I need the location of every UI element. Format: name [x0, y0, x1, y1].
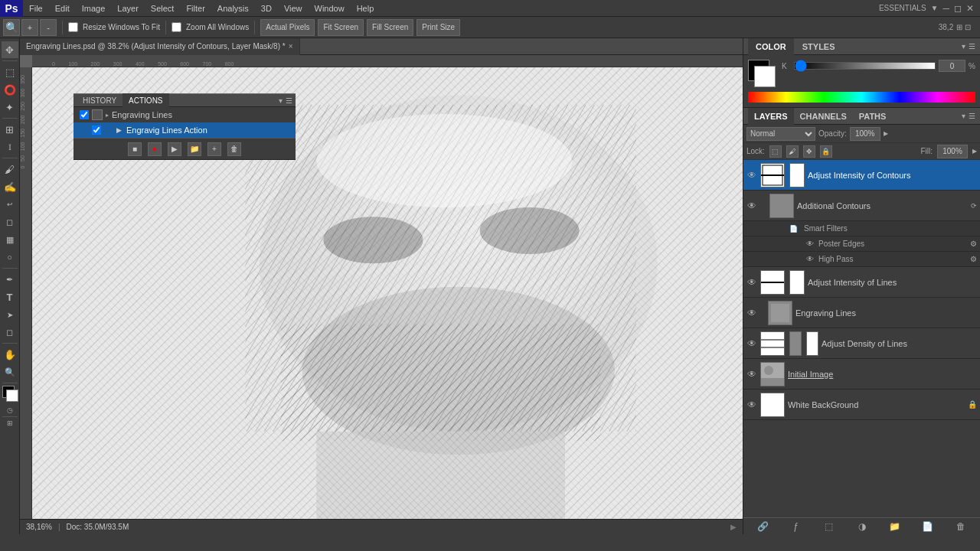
zoom-in-btn[interactable]: + [21, 19, 38, 36]
zoom-out-btn[interactable]: - [40, 19, 57, 36]
color-panel-menu[interactable]: ☰ [969, 42, 975, 51]
history-panel-collapse[interactable]: ▾ [279, 96, 283, 105]
layer-adjust-intensity-lines[interactable]: 👁 Adjust Intensity of Lines [743, 267, 980, 298]
lock-image-btn[interactable]: 🖌 [786, 145, 799, 158]
brush-tool[interactable]: 🖌 [2, 161, 18, 178]
background-swatch[interactable] [754, 66, 776, 87]
lock-all-btn[interactable]: 🔒 [820, 145, 832, 158]
layer-initial-image[interactable]: 👁 Initial Image [743, 359, 980, 390]
eyedropper-tool[interactable]: 𝕀 [2, 139, 18, 155]
new-action-btn[interactable]: + [207, 142, 221, 156]
lock-position-btn[interactable]: ✥ [803, 145, 815, 158]
opacity-input[interactable] [850, 127, 880, 141]
layers-panel-collapse[interactable]: ▾ [962, 112, 965, 120]
new-adjustment-btn[interactable]: ◑ [855, 520, 869, 533]
essentials-dropdown[interactable]: ▼ [931, 4, 939, 12]
action-item-check[interactable] [92, 126, 101, 135]
zoom-tool-icon[interactable]: 🔍 [3, 19, 20, 36]
menu-analysis[interactable]: Analysis [211, 0, 255, 17]
blend-mode-select[interactable]: Normal [746, 127, 815, 141]
layer-6-visibility[interactable]: 👁 [746, 277, 757, 288]
shape-tool[interactable]: ◻ [2, 324, 18, 341]
canvas-tab-close[interactable]: × [289, 42, 293, 51]
pen-tool[interactable]: ✒ [2, 271, 18, 288]
zoom-tool[interactable]: 🔍 [2, 364, 18, 380]
menu-select[interactable]: Select [145, 0, 181, 17]
tab-layers[interactable]: LAYERS [748, 108, 794, 125]
menu-edit[interactable]: Edit [49, 0, 76, 17]
layer-9-visibility[interactable]: 👁 [746, 369, 757, 380]
layer-engraving-lines-group[interactable]: 👁 Engraving Lines [743, 298, 980, 328]
gradient-tool[interactable]: ▦ [2, 231, 18, 248]
dodge-tool[interactable]: ○ [2, 249, 18, 266]
hand-tool[interactable]: ✋ [2, 346, 18, 363]
resize-windows-check[interactable] [68, 22, 78, 32]
action-group-check[interactable] [80, 110, 89, 119]
layer-10-visibility[interactable]: 👁 [746, 399, 757, 410]
new-layer-btn[interactable]: 📄 [921, 520, 935, 533]
close-btn[interactable]: ✕ [966, 3, 974, 14]
menu-window[interactable]: Window [309, 0, 351, 17]
filter-high-pass[interactable]: 👁 High Pass ⚙ [743, 252, 980, 267]
background-color[interactable] [6, 390, 18, 402]
menu-3d[interactable]: 3D [255, 0, 278, 17]
color-panel-collapse[interactable]: ▾ [962, 42, 965, 51]
lock-transparent-btn[interactable]: ⬚ [769, 145, 782, 158]
k-slider[interactable] [794, 62, 936, 70]
action-group-engraving[interactable]: ▸ Engraving Lines [74, 107, 296, 122]
zoom-all-check[interactable] [172, 22, 181, 32]
minimize-btn[interactable]: ─ [942, 3, 949, 14]
fill-input[interactable] [937, 145, 968, 158]
path-select-tool[interactable]: ➤ [2, 306, 18, 323]
foreground-background-colors[interactable] [2, 386, 18, 401]
expand-arrow[interactable]: ▸ [106, 112, 109, 119]
filter-poster-edges[interactable]: 👁 Poster Edges ⚙ [743, 236, 980, 252]
menu-filter[interactable]: Filter [180, 0, 211, 17]
crop-tool[interactable]: ⊞ [2, 121, 18, 138]
tab-channels[interactable]: CHANNELS [794, 108, 853, 125]
fill-screen-btn[interactable]: Fill Screen [367, 19, 413, 36]
status-arrow-right[interactable]: ▶ [730, 523, 737, 531]
filter-highpass-eye[interactable]: 👁 [805, 254, 815, 265]
filter-poster-eye[interactable]: 👁 [805, 239, 815, 249]
fit-screen-btn[interactable]: Fit Screen [318, 19, 364, 36]
clone-tool[interactable]: ✍ [2, 178, 18, 195]
stop-btn[interactable]: ■ [128, 142, 142, 156]
lasso-tool[interactable]: ⭕ [2, 81, 18, 98]
text-tool[interactable]: T [2, 289, 18, 305]
layer-additional-contours[interactable]: 👁 Additional Contours ⟳ [743, 191, 980, 221]
quick-mask-btn[interactable]: ◷ [7, 406, 13, 414]
eraser-tool[interactable]: ◻ [2, 214, 18, 230]
restore-btn[interactable]: ◻ [954, 3, 962, 14]
tab-styles[interactable]: STYLES [795, 38, 843, 55]
print-size-btn[interactable]: Print Size [416, 19, 460, 36]
tab-paths[interactable]: PATHS [853, 108, 893, 125]
color-spectrum[interactable] [748, 92, 975, 103]
tab-actions[interactable]: ACTIONS [122, 93, 168, 107]
delete-layer-btn[interactable]: 🗑 [954, 520, 968, 533]
canvas-tab-main[interactable]: Engraving Lines.psd @ 38.2% (Adjust Inte… [20, 38, 300, 55]
screen-mode-btn[interactable]: ⊞ [7, 419, 13, 427]
link-layers-btn[interactable]: 🔗 [756, 520, 770, 533]
actual-pixels-btn[interactable]: Actual Pixels [260, 19, 315, 36]
menu-help[interactable]: Help [351, 0, 381, 17]
folder-btn[interactable]: 📁 [188, 142, 201, 156]
layer-7-visibility[interactable]: 👁 [746, 308, 757, 318]
layer-white-background[interactable]: 👁 White BackGround 🔒 [743, 390, 980, 420]
add-mask-btn[interactable]: ⬚ [822, 520, 836, 533]
layers-panel-menu[interactable]: ☰ [969, 112, 975, 120]
layer-1-visibility[interactable]: 👁 [746, 170, 757, 181]
layer-8-visibility[interactable]: 👁 [746, 338, 757, 349]
wand-tool[interactable]: ✦ [2, 99, 18, 116]
new-group-btn[interactable]: 📁 [888, 520, 902, 533]
menu-layer[interactable]: Layer [111, 0, 145, 17]
k-value-input[interactable]: 0 [939, 60, 965, 72]
move-tool[interactable]: ✥ [2, 41, 18, 58]
layer-adjust-density[interactable]: 👁 Adjust Density of Lines [743, 328, 980, 359]
menu-view[interactable]: View [278, 0, 309, 17]
action-item-engravig[interactable]: ▶ Engravig Lines Action [74, 122, 296, 138]
menu-image[interactable]: Image [76, 0, 112, 17]
history-panel-menu[interactable]: ☰ [286, 96, 292, 105]
add-style-btn[interactable]: ƒ [789, 520, 803, 533]
history-panel-header[interactable]: HISTORY ACTIONS ▾ ☰ [74, 93, 296, 107]
